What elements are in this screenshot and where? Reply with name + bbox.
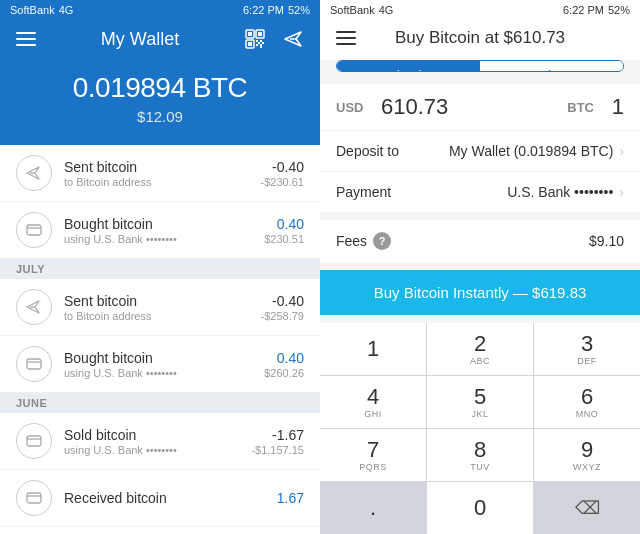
backspace-icon: ⌫ bbox=[575, 497, 600, 519]
tx-usd-amount: -$1,157.15 bbox=[251, 444, 304, 456]
numpad-digit: . bbox=[370, 497, 376, 519]
header-actions bbox=[244, 28, 304, 50]
tx-usd-amount: $230.51 bbox=[264, 233, 304, 245]
svg-rect-7 bbox=[260, 40, 262, 42]
numpad-letters: JKL bbox=[471, 409, 488, 419]
payment-label: Payment bbox=[336, 184, 406, 200]
tx-subtitle: using U.S. Bank •••••••• bbox=[64, 367, 264, 379]
numpad-digit: 1 bbox=[367, 338, 379, 360]
numpad-key-8[interactable]: 8TUV bbox=[427, 429, 533, 481]
svg-rect-6 bbox=[256, 40, 258, 42]
transaction-item[interactable]: Sent bitcointo Bitcoin address-0.40-$230… bbox=[0, 145, 320, 202]
numpad-letters: MNO bbox=[576, 409, 599, 419]
transaction-item[interactable]: Sent bitcointo Bitcoin address-0.40-$258… bbox=[0, 279, 320, 336]
numpad-digit: 8 bbox=[474, 439, 486, 461]
fees-help-icon[interactable]: ? bbox=[373, 232, 391, 250]
tx-details: Sent bitcointo Bitcoin address bbox=[64, 159, 261, 188]
tx-details: Received bitcoin bbox=[64, 490, 277, 507]
numpad-digit: 6 bbox=[581, 386, 593, 408]
numpad-key-4[interactable]: 4GHI bbox=[320, 376, 426, 428]
svg-rect-1 bbox=[248, 32, 252, 36]
tx-details: Sold bitcoinusing U.S. Bank •••••••• bbox=[64, 427, 251, 456]
svg-rect-10 bbox=[258, 42, 260, 44]
tx-subtitle: using U.S. Bank •••••••• bbox=[64, 233, 264, 245]
tx-details: Sent bitcointo Bitcoin address bbox=[64, 293, 261, 322]
tx-title: Sold bitcoin bbox=[64, 427, 251, 443]
carrier-left: SoftBank bbox=[10, 4, 55, 16]
usd-amount-row: USD 610.73 BTC 1 bbox=[320, 84, 640, 131]
buy-button[interactable]: Buy Bitcoin Instantly — $619.83 bbox=[320, 270, 640, 315]
tx-subtitle: to Bitcoin address bbox=[64, 176, 261, 188]
tx-btc-amount: -0.40 bbox=[261, 159, 304, 175]
transactions-list: Sent bitcointo Bitcoin address-0.40-$230… bbox=[0, 145, 320, 534]
deposit-label: Deposit to bbox=[336, 143, 406, 159]
numpad-letters: WXYZ bbox=[573, 462, 601, 472]
sold-icon bbox=[16, 423, 52, 459]
time-right: 6:22 PM bbox=[563, 4, 604, 16]
numpad-digit: 2 bbox=[474, 333, 486, 355]
tx-amounts: 0.40$260.26 bbox=[264, 350, 304, 379]
left-header: My Wallet bbox=[0, 20, 320, 62]
svg-rect-11 bbox=[262, 42, 264, 44]
numpad-digit: 7 bbox=[367, 439, 379, 461]
numpad-key-1[interactable]: 1 bbox=[320, 323, 426, 375]
numpad-digit: 3 bbox=[581, 333, 593, 355]
tx-title: Bought bitcoin bbox=[64, 350, 264, 366]
left-panel: SoftBank 4G 6:22 PM 52% My Wallet bbox=[0, 0, 320, 534]
backspace-key[interactable]: ⌫ bbox=[534, 482, 640, 534]
numpad: 12ABC3DEF4GHI5JKL6MNO7PQRS8TUV9WXYZ.0⌫ bbox=[320, 323, 640, 534]
transaction-item[interactable]: Received bitcoin1.67 bbox=[0, 470, 320, 527]
right-header: Buy Bitcoin at $610.73 bbox=[320, 20, 640, 60]
numpad-letters: GHI bbox=[364, 409, 382, 419]
tx-subtitle: using U.S. Bank •••••••• bbox=[64, 444, 251, 456]
btc-value: 1 bbox=[594, 94, 624, 120]
network-right: 4G bbox=[379, 4, 394, 16]
sent-icon bbox=[16, 155, 52, 191]
bought-icon bbox=[16, 346, 52, 382]
fees-value: $9.10 bbox=[391, 233, 624, 249]
numpad-key-7[interactable]: 7PQRS bbox=[320, 429, 426, 481]
fees-row: Fees ? $9.10 bbox=[320, 220, 640, 262]
payment-row[interactable]: Payment U.S. Bank •••••••• › bbox=[320, 172, 640, 212]
numpad-key-2[interactable]: 2ABC bbox=[427, 323, 533, 375]
svg-rect-19 bbox=[27, 436, 41, 446]
numpad-key-5[interactable]: 5JKL bbox=[427, 376, 533, 428]
battery-right: 52% bbox=[608, 4, 630, 16]
deposit-value: My Wallet (0.019894 BTC) bbox=[406, 143, 613, 159]
tx-title: Sent bitcoin bbox=[64, 159, 261, 175]
transaction-item[interactable]: Bought bitcoinusing U.S. Bank ••••••••0.… bbox=[0, 202, 320, 259]
btc-balance: 0.019894 BTC bbox=[0, 72, 320, 104]
deposit-row[interactable]: Deposit to My Wallet (0.019894 BTC) › bbox=[320, 131, 640, 172]
tx-title: Bought bitcoin bbox=[64, 216, 264, 232]
numpad-key-3[interactable]: 3DEF bbox=[534, 323, 640, 375]
numpad-digit: 4 bbox=[367, 386, 379, 408]
numpad-key-9[interactable]: 9WXYZ bbox=[534, 429, 640, 481]
transaction-item[interactable]: Bought bitcoinusing U.S. Bank ••••••••0.… bbox=[0, 336, 320, 393]
wallet-title: My Wallet bbox=[101, 29, 179, 50]
svg-rect-21 bbox=[27, 493, 41, 503]
section-header-july: JULY bbox=[0, 259, 320, 279]
tx-amounts: -1.67-$1,157.15 bbox=[251, 427, 304, 456]
svg-rect-8 bbox=[256, 44, 258, 46]
tx-details: Bought bitcoinusing U.S. Bank •••••••• bbox=[64, 350, 264, 379]
menu-icon[interactable] bbox=[16, 32, 36, 46]
network-left: 4G bbox=[59, 4, 74, 16]
tx-btc-amount: -0.40 bbox=[261, 293, 304, 309]
numpad-key-6[interactable]: 6MNO bbox=[534, 376, 640, 428]
tx-amounts: -0.40-$230.61 bbox=[261, 159, 304, 188]
menu-icon-right[interactable] bbox=[336, 31, 356, 45]
tab-ether[interactable]: Ether bbox=[480, 61, 623, 72]
deposit-chevron-icon: › bbox=[619, 143, 624, 159]
tx-subtitle: to Bitcoin address bbox=[64, 310, 261, 322]
send-icon[interactable] bbox=[282, 28, 304, 50]
carrier-right: SoftBank bbox=[330, 4, 375, 16]
numpad-key-.[interactable]: . bbox=[320, 482, 426, 534]
balance-section: 0.019894 BTC $12.09 bbox=[0, 62, 320, 145]
svg-rect-14 bbox=[27, 225, 41, 235]
transaction-item[interactable]: Sold bitcoinusing U.S. Bank ••••••••-1.6… bbox=[0, 413, 320, 470]
numpad-key-0[interactable]: 0 bbox=[427, 482, 533, 534]
tx-title: Sent bitcoin bbox=[64, 293, 261, 309]
section-header-june: JUNE bbox=[0, 393, 320, 413]
qr-icon[interactable] bbox=[244, 28, 266, 50]
tab-bitcoin[interactable]: Bitcoin bbox=[337, 61, 480, 72]
